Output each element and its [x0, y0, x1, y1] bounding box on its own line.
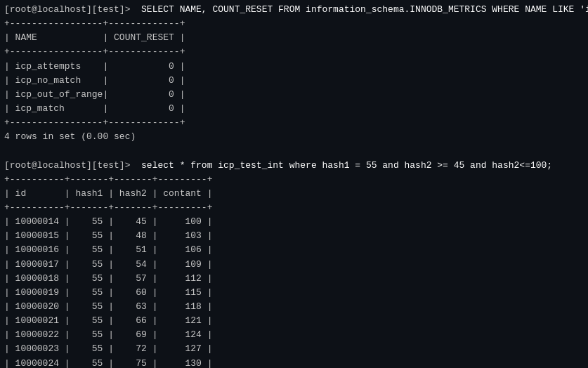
row-2-6: | 10000019 | 55 | 60 | 115 |: [4, 286, 584, 300]
table-header-1: | NAME | COUNT_RESET |: [4, 31, 584, 45]
sep-mid-2: +----------+-------+-------+---------+: [4, 201, 584, 215]
sep-bot-1: +-----------------+-------------+: [4, 116, 584, 130]
row-2-11: | 10000024 | 55 | 75 | 130 |: [4, 357, 584, 368]
terminal: [root@localhost][test]> SELECT NAME, COU…: [0, 0, 588, 368]
row-2-10: | 10000023 | 55 | 72 | 127 |: [4, 342, 584, 356]
row-1-2: | icp_no_match | 0 |: [4, 74, 584, 88]
sep-top-1: +-----------------+-------------+: [4, 17, 584, 31]
prompt-2: [root@localhost][test]>: [4, 160, 130, 171]
row-1-3: | icp_out_of_range| 0 |: [4, 88, 584, 102]
row-2-5: | 10000018 | 55 | 57 | 112 |: [4, 272, 584, 286]
sql-1: SELECT NAME, COUNT_RESET FROM informatio…: [130, 4, 588, 15]
blank-line: [4, 144, 584, 158]
row-2-2: | 10000015 | 55 | 48 | 103 |: [4, 229, 584, 243]
row-2-9: | 10000022 | 55 | 69 | 124 |: [4, 328, 584, 342]
row-2-7: | 10000020 | 55 | 63 | 118 |: [4, 300, 584, 314]
row-2-8: | 10000021 | 55 | 66 | 121 |: [4, 314, 584, 328]
row-2-1: | 10000014 | 55 | 45 | 100 |: [4, 215, 584, 229]
row-2-4: | 10000017 | 55 | 54 | 109 |: [4, 258, 584, 272]
command-line-2: [root@localhost][test]> select * from ic…: [4, 159, 584, 173]
table-header-2: | id | hash1 | hash2 | contant |: [4, 187, 584, 201]
rowcount-1: 4 rows in set (0.00 sec): [4, 130, 584, 144]
row-1-1: | icp_attempts | 0 |: [4, 60, 584, 74]
row-1-4: | icp_match | 0 |: [4, 102, 584, 116]
row-2-3: | 10000016 | 55 | 51 | 106 |: [4, 243, 584, 257]
sql-2: select * from icp_test_int where hash1 =…: [130, 160, 552, 171]
command-line-1: [root@localhost][test]> SELECT NAME, COU…: [4, 3, 584, 17]
sep-top-2: +----------+-------+-------+---------+: [4, 173, 584, 187]
prompt-1: [root@localhost][test]>: [4, 4, 130, 15]
sep-mid-1: +-----------------+-------------+: [4, 45, 584, 59]
